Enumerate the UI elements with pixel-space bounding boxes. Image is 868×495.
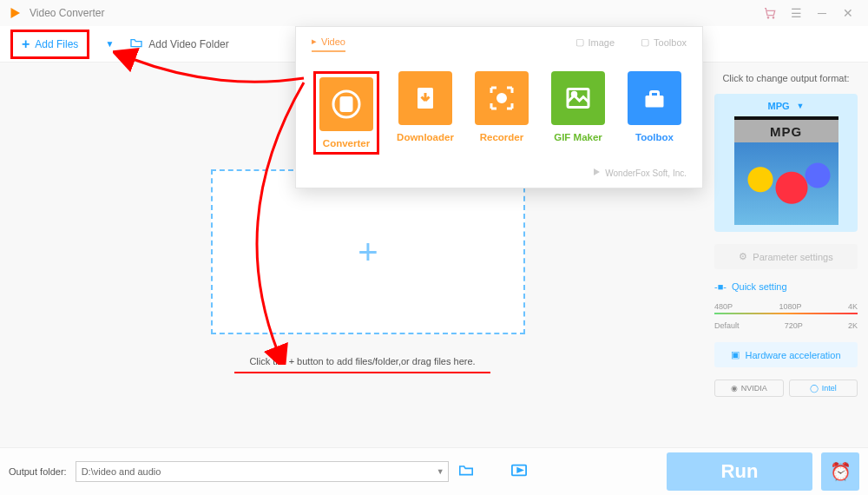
company-name: WonderFox Soft, Inc. (605, 168, 687, 178)
add-files-plus-icon: + (358, 233, 378, 272)
schedule-button[interactable]: ⏰ (821, 452, 859, 491)
sliders-icon: ⚙ (739, 251, 747, 262)
app-title: Video Converter (30, 7, 757, 19)
chevron-down-icon: ▼ (797, 102, 805, 110)
title-bar: Video Converter ☰ ─ ✕ (0, 0, 868, 26)
plus-icon: + (22, 36, 30, 52)
add-video-folder-button[interactable]: Add Video Folder (129, 36, 229, 51)
video-tab-icon: ▸ (312, 36, 317, 47)
svg-rect-4 (341, 98, 352, 111)
svg-point-2 (773, 17, 773, 18)
svg-marker-13 (517, 468, 522, 472)
popover-item-gif-label: GIF Maker (554, 132, 602, 142)
popover-item-recorder[interactable]: Recorder (471, 71, 532, 155)
popover-tab-image[interactable]: ▢ Image (575, 36, 615, 51)
svg-point-1 (767, 17, 768, 18)
tick-720p: 720P (785, 321, 803, 330)
gpu-intel-button[interactable]: ◯ Intel (789, 380, 858, 397)
tick-4k: 4K (848, 302, 858, 311)
output-format-box[interactable]: MPG ▼ MPG (714, 94, 858, 232)
output-format-selector[interactable]: MPG ▼ (721, 101, 851, 111)
popover-item-downloader-label: Downloader (397, 132, 454, 142)
image-tab-icon: ▢ (575, 36, 584, 48)
output-folder-label: Output folder: (9, 466, 67, 477)
popover-tab-image-label: Image (589, 37, 615, 48)
add-files-dropdown-icon[interactable]: ▼ (105, 39, 114, 49)
run-button[interactable]: Run (667, 452, 812, 491)
popover-item-toolbox-label: Toolbox (635, 132, 674, 142)
parameter-settings-button[interactable]: ⚙ Parameter settings (714, 244, 858, 269)
slider-track (714, 313, 858, 314)
chevron-down-icon[interactable]: ▼ (437, 467, 444, 476)
hw-accel-label: Hardware acceleration (745, 350, 840, 360)
intel-icon: ◯ (810, 384, 819, 393)
popover-tab-toolbox[interactable]: ▢ Toolbox (641, 36, 687, 51)
popover-tab-video-label: Video (321, 36, 345, 47)
quick-setting-label-row: -■- Quick setting (714, 281, 858, 292)
hardware-acceleration-button[interactable]: ▣ Hardware acceleration (714, 342, 858, 367)
media-folder-icon[interactable] (510, 462, 529, 481)
tick-default: Default (714, 321, 740, 330)
gpu-row: ◉ NVIDIA ◯ Intel (714, 380, 858, 397)
popover-tabs: ▸ Video ▢ Image ▢ Toolbox (308, 36, 690, 59)
tools-popover: ▸ Video ▢ Image ▢ Toolbox Converter Down… (295, 26, 703, 188)
chip-icon: ▣ (731, 349, 740, 360)
drop-zone-hint: Click the + button to add files/folder,o… (234, 356, 490, 373)
tick-480p: 480P (714, 302, 733, 311)
output-folder-value: D:\video and audio (82, 466, 161, 477)
gear-icon[interactable]: ☰ (783, 4, 809, 22)
quality-slider[interactable]: 480P 1080P 4K Default 720P 2K (714, 302, 858, 327)
output-folder-input[interactable]: D:\video and audio ▼ (76, 461, 449, 482)
popover-grid: Converter Downloader Recorder GIF Maker … (308, 59, 690, 163)
output-format-hint: Click to change output format: (714, 69, 858, 87)
add-video-folder-label: Add Video Folder (148, 38, 229, 50)
popover-footer: WonderFox Soft, Inc. (308, 163, 690, 182)
svg-point-6 (498, 95, 506, 102)
tick-1080p: 1080P (779, 302, 801, 311)
popover-tab-toolbox-label: Toolbox (654, 37, 687, 48)
svg-marker-0 (11, 8, 21, 18)
quick-setting-icon: -■- (714, 281, 727, 292)
add-files-label: Add Files (35, 38, 78, 50)
popover-item-toolbox[interactable]: Toolbox (624, 71, 685, 155)
format-preview-thumb: MPG (734, 116, 838, 225)
parameter-settings-label: Parameter settings (753, 252, 832, 262)
toolbox-tab-icon: ▢ (641, 36, 649, 48)
file-drop-zone[interactable]: + (211, 169, 525, 334)
popover-item-downloader[interactable]: Downloader (395, 71, 456, 155)
cart-icon[interactable] (757, 4, 783, 22)
run-button-label: Run (721, 460, 759, 483)
svg-marker-11 (594, 168, 600, 175)
close-button[interactable]: ✕ (835, 4, 861, 22)
clock-icon: ⏰ (830, 461, 852, 482)
preview-image (734, 142, 838, 225)
popover-item-converter[interactable]: Converter (313, 71, 379, 155)
gpu-nvidia-button[interactable]: ◉ NVIDIA (714, 380, 784, 397)
popover-tab-video[interactable]: ▸ Video (312, 36, 345, 52)
format-preview-label: MPG (734, 120, 838, 142)
gpu-intel-label: Intel (822, 384, 837, 393)
popover-item-recorder-label: Recorder (480, 132, 524, 142)
nvidia-icon: ◉ (731, 384, 738, 393)
minimize-button[interactable]: ─ (809, 4, 835, 22)
add-files-button[interactable]: + Add Files (10, 30, 89, 59)
brand-logo-icon (7, 5, 23, 21)
footer-bar: Output folder: D:\video and audio ▼ Run … (0, 447, 868, 495)
company-logo-icon (591, 167, 602, 179)
popover-item-gif[interactable]: GIF Maker (548, 71, 608, 155)
svg-rect-10 (651, 92, 659, 97)
quick-setting-label: Quick setting (732, 281, 787, 292)
output-format-label: MPG (768, 101, 790, 111)
tick-2k: 2K (848, 321, 858, 330)
open-folder-icon[interactable] (457, 463, 475, 480)
popover-item-converter-label: Converter (323, 138, 370, 148)
gpu-nvidia-label: NVIDIA (741, 384, 767, 393)
svg-point-8 (572, 92, 576, 96)
video-folder-icon (129, 36, 143, 51)
right-panel: Click to change output format: MPG ▼ MPG… (714, 69, 858, 397)
